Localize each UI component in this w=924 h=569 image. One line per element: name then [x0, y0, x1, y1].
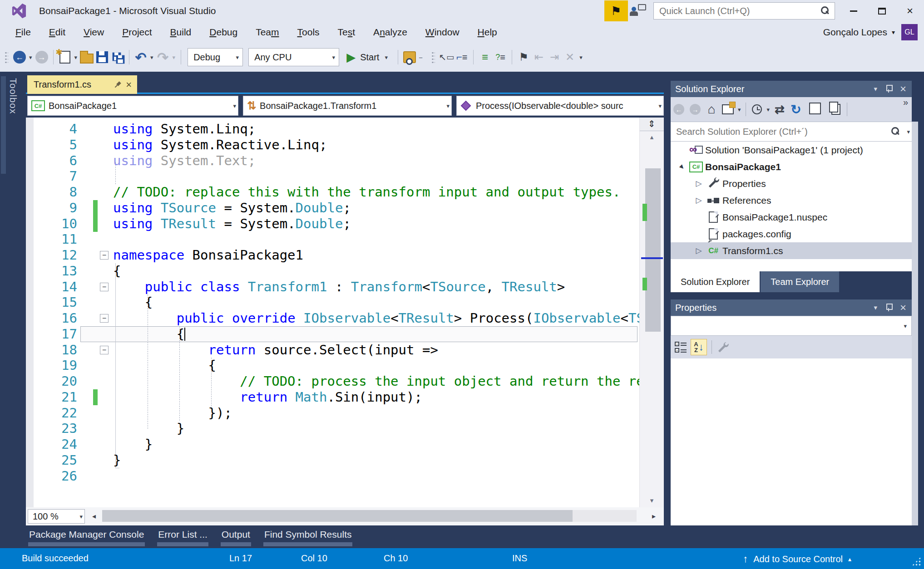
new-project-icon[interactable] — [57, 48, 73, 66]
expanded-arrow-icon[interactable]: ▼ — [675, 160, 688, 173]
add-to-source-control-button[interactable]: ↑ Add to Source Control ▴ — [743, 553, 851, 565]
menu-edit[interactable]: Edit — [40, 24, 74, 40]
collapse-region-icon[interactable]: − — [100, 283, 109, 291]
uncomment-lines-icon[interactable]: ?≡ — [493, 48, 508, 66]
se-refresh-icon[interactable]: ↻ — [788, 100, 804, 118]
code-line-5[interactable]: 5using System.Reactive.Linq; — [26, 137, 639, 153]
code-line-24[interactable]: 24 } — [26, 437, 639, 452]
code-line-12[interactable]: 12−namespace BonsaiPackage1 — [26, 247, 639, 263]
bookmark-toolbar-options-icon[interactable]: ▾ — [579, 54, 583, 61]
se-switch-views-dropdown-icon[interactable]: ▾ — [738, 106, 741, 113]
se-pending-changes-filter-icon[interactable] — [749, 100, 765, 118]
code-line-20[interactable]: 20 // TODO: process the input object and… — [26, 373, 639, 389]
collapse-region-icon[interactable]: − — [100, 314, 109, 323]
redo-icon[interactable]: ↷ — [155, 48, 171, 66]
se-search-dropdown-icon[interactable]: ▾ — [907, 128, 910, 135]
next-bookmark-icon[interactable]: ⇥ — [547, 48, 562, 66]
collapsed-arrow-icon[interactable]: ▷ — [693, 246, 704, 255]
toolbar-grip[interactable] — [5, 51, 8, 63]
properties-close-icon[interactable]: × — [900, 301, 906, 314]
project-dropdown[interactable]: C# BonsaiPackage1 ▾ — [27, 96, 238, 116]
maximize-button[interactable] — [868, 0, 896, 22]
tree-item-transform1-cs[interactable]: ▷C#Transform1.cs — [671, 242, 912, 259]
code-editor[interactable]: 4using System.Linq;5using System.Reactiv… — [26, 118, 639, 507]
se-show-all-files-icon[interactable] — [828, 100, 844, 118]
vertical-scrollbar[interactable]: ⇕ ▴ ▾ — [639, 118, 664, 507]
menu-build[interactable]: Build — [161, 24, 201, 40]
bottom-tab-error-list[interactable]: Error List ... — [157, 525, 208, 547]
minimize-button[interactable] — [840, 0, 868, 22]
bottom-tab-package-manager-console[interactable]: Package Manager Console — [28, 525, 145, 547]
user-avatar[interactable]: GL — [901, 24, 918, 40]
navigate-backward-icon[interactable]: ← — [12, 48, 27, 66]
code-line-23[interactable]: 23 } — [26, 421, 639, 437]
redo-dropdown-icon[interactable]: ▾ — [173, 54, 176, 61]
vertical-scrollbar-thumb[interactable] — [645, 168, 661, 332]
scroll-down-icon[interactable]: ▾ — [640, 496, 664, 505]
editor-zoom-select[interactable]: 100 %▾ — [28, 509, 85, 524]
resize-grip[interactable] — [911, 556, 921, 566]
properties-header[interactable]: Properties ▾ × — [671, 299, 912, 316]
menu-debug[interactable]: Debug — [200, 24, 247, 40]
collapsed-arrow-icon[interactable]: ▷ — [693, 196, 704, 205]
user-menu-caret-icon[interactable]: ▾ — [892, 29, 895, 36]
navigate-forward-icon[interactable]: → — [34, 48, 49, 66]
tree-item-properties[interactable]: ▷Properties — [671, 175, 912, 192]
pin-tab-icon[interactable] — [113, 79, 123, 90]
tab-solution-explorer[interactable]: Solution Explorer — [671, 271, 760, 292]
start-debugging-button[interactable]: ▶ Start ▾ — [346, 50, 390, 64]
new-project-dropdown-icon[interactable]: ▾ — [74, 54, 78, 61]
toolbar-options-icon[interactable]: – — [419, 54, 422, 61]
code-line-21[interactable]: 21 return Math.Sin(input); — [26, 389, 639, 405]
user-name[interactable]: Gonçalo Lopes — [823, 27, 887, 38]
bottom-tab-output[interactable]: Output — [221, 525, 251, 547]
code-line-10[interactable]: 10using TResult = System.Double; — [26, 216, 639, 232]
scroll-left-icon[interactable]: ◂ — [92, 512, 96, 520]
tree-item-packages-config[interactable]: packages.config — [671, 226, 912, 242]
horizontal-scrollbar-thumb[interactable] — [102, 510, 573, 522]
code-line-15[interactable]: 15 { — [26, 294, 639, 310]
code-line-11[interactable]: 11 — [26, 231, 639, 247]
solution-explorer-search[interactable]: ▾ — [671, 122, 912, 142]
code-line-22[interactable]: 22 }); — [26, 405, 639, 421]
menu-team[interactable]: Team — [247, 24, 288, 40]
se-switch-views-icon[interactable] — [720, 100, 736, 118]
bottom-tab-find-symbol-results[interactable]: Find Symbol Results — [263, 525, 353, 547]
solution-platforms-select[interactable]: Any CPU▾ — [248, 48, 339, 66]
tree-item-solution-bonsaipackage1-1-project[interactable]: ∞Solution 'BonsaiPackage1' (1 project) — [671, 142, 912, 158]
code-line-16[interactable]: 16− public override IObservable<TResult>… — [26, 310, 639, 326]
collapse-region-icon[interactable]: − — [100, 251, 109, 260]
attach-to-process-icon[interactable] — [402, 48, 417, 66]
code-line-4[interactable]: 4using System.Linq; — [26, 121, 639, 137]
categorized-icon[interactable]: ++ — [672, 338, 689, 356]
code-line-6[interactable]: 6using System.Text; — [26, 153, 639, 169]
undo-icon[interactable]: ↶ — [133, 48, 148, 66]
code-line-19[interactable]: 19 { — [26, 358, 639, 373]
quick-info-icon[interactable]: ⌐≡ — [454, 48, 469, 66]
menu-window[interactable]: Window — [416, 24, 469, 40]
menu-test[interactable]: Test — [329, 24, 365, 40]
open-file-icon[interactable] — [79, 48, 94, 66]
code-line-26[interactable]: 26 — [26, 468, 639, 484]
member-list-icon[interactable]: ↖▭ — [439, 48, 454, 66]
se-back-icon[interactable]: ← — [671, 100, 687, 118]
close-panel-icon[interactable]: × — [900, 83, 906, 95]
toggle-bookmark-icon[interactable]: ⚑ — [516, 48, 531, 66]
start-dropdown-icon[interactable]: ▾ — [385, 54, 388, 61]
alphabetical-sort-icon[interactable]: AZ↓ — [691, 339, 707, 355]
menu-tools[interactable]: Tools — [288, 24, 329, 40]
split-editor-handle[interactable]: ⇕ — [640, 118, 664, 131]
properties-object-select[interactable]: ▾ — [671, 316, 912, 336]
tree-item-bonsaipackage1[interactable]: ▼C#BonsaiPackage1 — [671, 158, 912, 175]
se-filter-dropdown-icon[interactable]: ▾ — [767, 106, 770, 113]
toolbox-tab[interactable]: Toolbox — [8, 78, 19, 114]
menu-view[interactable]: View — [74, 24, 113, 40]
code-line-18[interactable]: 18− return source.Select(input => — [26, 342, 639, 358]
panel-splitter[interactable] — [664, 72, 671, 525]
code-line-7[interactable]: 7 — [26, 168, 639, 184]
document-tab-transform1[interactable]: Transform1.cs × — [27, 75, 137, 94]
undo-dropdown-icon[interactable]: ▾ — [150, 54, 153, 61]
menu-analyze[interactable]: Analyze — [364, 24, 416, 40]
previous-bookmark-icon[interactable]: ⇤ — [531, 48, 547, 66]
notifications-flag-icon[interactable]: ⚑ — [604, 0, 628, 21]
